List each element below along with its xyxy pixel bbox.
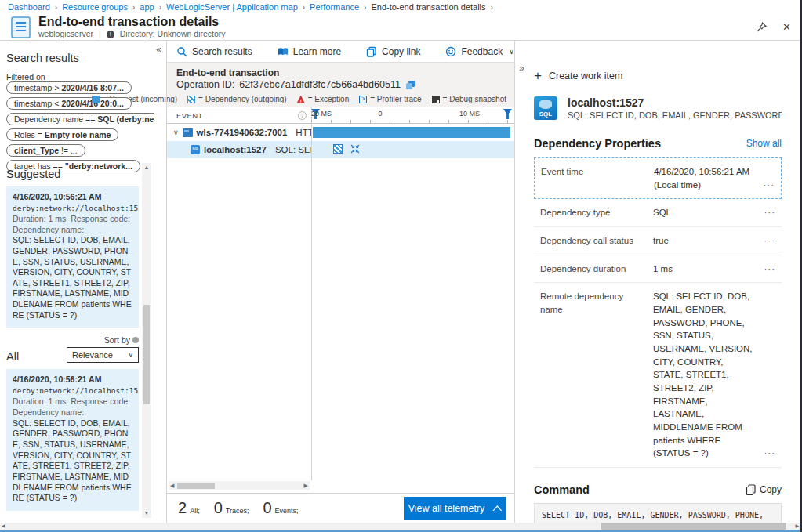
breadcrumb-item[interactable]: Dashboard: [8, 2, 50, 12]
command-toolbar: Search results Learn more: [167, 41, 514, 62]
toolbar-button[interactable]: Copy link: [366, 46, 426, 57]
directory-info-icon: !: [107, 31, 114, 38]
timeline-axis: 0 10 MS 20 MS: [311, 107, 514, 123]
breadcrumb-separator-icon: ›: [55, 3, 57, 12]
legend-item: = Profiler trace: [359, 95, 421, 103]
breadcrumb-item[interactable]: app: [140, 2, 154, 12]
create-work-item-button[interactable]: + Create work item: [534, 69, 622, 82]
command-text: SELECT ID, DOB, EMAIL, GENDER, PASSWORD,…: [534, 503, 782, 523]
page-title: End-to-end transaction details: [38, 15, 226, 29]
pin-icon[interactable]: [757, 22, 767, 32]
breadcrumb-item-wrap: Dashboard›: [8, 2, 62, 12]
transaction-document-icon: [11, 16, 31, 38]
breadcrumb-item[interactable]: Resource groups: [62, 2, 128, 12]
view-all-telemetry-button[interactable]: View all telemetry: [404, 497, 506, 520]
filter-pill[interactable]: Dependency name == SQL (derby:net...: [6, 113, 154, 125]
scroll-left-icon[interactable]: ◀: [169, 483, 176, 489]
close-icon[interactable]: ✕: [782, 21, 791, 33]
copy-icon: [746, 484, 756, 495]
chevron-down-icon: ∨: [509, 48, 514, 56]
axis-tick-label: 0: [378, 110, 382, 118]
dependency-properties-table: Event time 4/16/2020, 10:56:21 AM (Local…: [534, 157, 782, 468]
event-column-header: EVENT: [176, 111, 203, 120]
row-menu-icon[interactable]: [755, 447, 775, 460]
event-row[interactable]: ∨ localhost:1527 SQL: SELECT ID, DO: [167, 141, 514, 158]
breadcrumb-item[interactable]: End-to-end transaction details: [371, 2, 485, 12]
row-menu-icon[interactable]: [755, 262, 775, 276]
scrollbar-thumb[interactable]: [177, 483, 215, 489]
breadcrumb-item[interactable]: WebLogicServer | Application map: [166, 2, 298, 12]
scroll-down-icon[interactable]: ▼: [144, 508, 150, 518]
server-role-icon: [183, 128, 193, 137]
resource-name: weblogicserver: [38, 30, 93, 39]
chevron-down-icon[interactable]: ∨: [173, 128, 179, 136]
event-rows: ∨ wls-7741940632:7001 HTTP POST: [167, 124, 514, 158]
search-results-sidebar: Search results Filtered on timestamp > 2…: [0, 41, 154, 523]
filter-pill[interactable]: timestamp < 2020/4/16 20:0...: [6, 97, 132, 110]
telemetry-count: 2 All;: [178, 499, 200, 517]
subtitle-divider: |: [99, 30, 101, 39]
collapse-sidebar-icon[interactable]: «: [156, 44, 161, 55]
sort-select[interactable]: Relevance ∨: [67, 347, 139, 363]
collapse-arrows-icon[interactable]: [350, 144, 360, 154]
event-row[interactable]: ∨ wls-7741940632:7001 HTTP POST: [167, 124, 514, 141]
legend-marker-icon: [297, 96, 305, 103]
scroll-up-icon[interactable]: ▲: [144, 163, 150, 172]
filter-pill[interactable]: timestamp > 2020/4/16 8:07...: [6, 81, 132, 94]
operation-id-copy-icon[interactable]: [405, 80, 416, 90]
property-row[interactable]: Remote dependency name SQL: SELECT ID, D…: [534, 283, 782, 468]
telemetry-count: 0 Events;: [263, 499, 298, 517]
result-card[interactable]: 4/16/2020, 10:56:21 AM derby:network://l…: [6, 186, 139, 328]
sidebar-vertical-scrollbar[interactable]: ▲ ▼: [142, 163, 151, 518]
result-card[interactable]: 4/16/2020, 10:56:21 AM derby:network://l…: [6, 369, 139, 510]
legend-marker-icon: [432, 96, 440, 103]
property-row[interactable]: Dependency duration 1 ms: [534, 255, 782, 284]
chevron-up-icon: [492, 505, 502, 511]
scrollbar-thumb[interactable]: [601, 523, 786, 530]
axis-ticks: [311, 120, 514, 123]
legend-marker-icon: [359, 96, 367, 103]
app-window: Dashboard›Resource groups›app›WebLogicSe…: [0, 0, 802, 532]
event-tree-horizontal-scrollbar[interactable]: ◀ ▶: [169, 481, 310, 490]
toolbar-button[interactable]: Learn more: [278, 46, 347, 57]
show-all-link[interactable]: Show all: [746, 138, 782, 149]
sort-info-icon: [132, 337, 139, 343]
toolbar-button[interactable]: Feedback ∨: [445, 46, 513, 57]
scrollbar-thumb[interactable]: [143, 305, 150, 404]
breadcrumb: Dashboard›Resource groups›app›WebLogicSe…: [0, 0, 802, 14]
timeline-divider: [311, 107, 312, 480]
toolbar-button-icon: [445, 46, 456, 57]
property-row[interactable]: Dependency call status true: [534, 227, 782, 255]
row-menu-icon[interactable]: [754, 179, 775, 192]
collapse-panel-icon[interactable]: »: [519, 63, 524, 74]
page-horizontal-scrollbar[interactable]: ◀ ▶: [0, 523, 802, 530]
filter-pill[interactable]: Roles = Empty role name: [6, 128, 118, 141]
breadcrumb-item-wrap: End-to-end transaction details›: [371, 2, 498, 12]
timeline-filter-end-icon[interactable]: [503, 109, 512, 119]
request-duration-bar[interactable]: [313, 127, 510, 138]
copy-command-button[interactable]: Copy: [746, 484, 782, 495]
breadcrumb-separator-icon: ›: [159, 3, 161, 12]
sql-database-icon: [534, 96, 557, 120]
property-row[interactable]: Dependency type SQL: [534, 199, 782, 227]
dependency-properties-heading: Dependency Properties: [534, 137, 661, 150]
filter-pill[interactable]: client_Type != ...: [6, 144, 85, 157]
toolbar-button[interactable]: Search results: [176, 46, 259, 57]
timeline-help-icon[interactable]: ?: [298, 111, 307, 120]
row-menu-icon[interactable]: [755, 206, 775, 219]
scroll-right-icon[interactable]: ▶: [303, 483, 310, 489]
suggested-heading: Suggested: [6, 168, 139, 180]
sql-dependency-icon: [191, 145, 200, 154]
result-card[interactable]: 4/16/2020, 8:01:38 PM derby:network://lo…: [6, 511, 139, 518]
dependency-marker-icon[interactable]: [333, 144, 343, 154]
sidebar-title: Search results: [6, 52, 154, 64]
scroll-left-icon[interactable]: ◀: [2, 523, 5, 530]
sidebar-collapse-strip: «: [154, 41, 167, 523]
breadcrumb-item[interactable]: Performance: [310, 2, 359, 12]
property-row[interactable]: Event time 4/16/2020, 10:56:21 AM (Local…: [534, 157, 782, 199]
breadcrumb-item-wrap: app›: [140, 2, 166, 12]
toolbar-button-icon: [176, 46, 187, 57]
row-menu-icon[interactable]: [755, 234, 775, 248]
transaction-header: End-to-end transaction Operation ID: 62f…: [167, 62, 514, 107]
scroll-right-icon[interactable]: ▶: [795, 523, 799, 530]
